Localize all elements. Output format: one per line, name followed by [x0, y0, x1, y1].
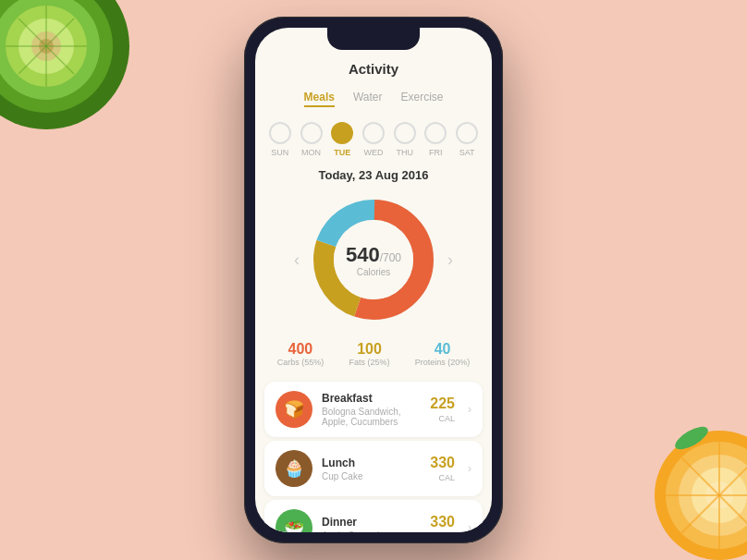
calories-max: 700 [383, 251, 401, 264]
notch [327, 28, 420, 50]
chart-container: ‹ [255, 186, 492, 334]
breakfast-cal-number: 225 [430, 396, 455, 412]
macro-carbs: 400 Carbs (55%) [277, 341, 325, 367]
dinner-desc: Apple Cucumbers [322, 530, 421, 533]
next-button[interactable]: › [438, 250, 462, 270]
dinner-name: Dinner [322, 516, 421, 529]
tab-water[interactable]: Water [353, 89, 383, 107]
donut-center: 540/700 Calories [346, 243, 401, 277]
day-circle-fri [424, 122, 447, 144]
lunch-icon: 🧁 [276, 450, 312, 487]
tabs-container: Meals Water Exercise [255, 81, 492, 115]
day-label-fri: FRI [429, 148, 443, 157]
breakfast-cal-label: CAL [438, 414, 455, 423]
dinner-cal-number: 330 [430, 514, 455, 530]
lunch-info: Lunch Cup Cake [322, 457, 421, 481]
day-fri[interactable]: FRI [424, 122, 447, 157]
dinner-chevron: › [468, 521, 471, 532]
prev-button[interactable]: ‹ [285, 250, 309, 270]
day-sun[interactable]: SUN [269, 122, 291, 157]
calories-display: 540/700 [346, 243, 401, 267]
proteins-label: Proteins (20%) [415, 358, 471, 367]
macro-proteins: 40 Proteins (20%) [415, 341, 471, 367]
fats-value: 100 [349, 341, 389, 358]
calories-label: Calories [346, 267, 401, 277]
day-label-sat: SAT [459, 148, 475, 157]
proteins-value: 40 [415, 341, 471, 358]
day-circle-sun [269, 122, 291, 144]
day-sat[interactable]: SAT [456, 122, 478, 157]
breakfast-name: Breakfast [322, 392, 421, 405]
meal-lunch[interactable]: 🧁 Lunch Cup Cake 330 CAL › [264, 441, 483, 496]
day-thu[interactable]: THU [394, 122, 416, 157]
macros-container: 400 Carbs (55%) 100 Fats (25%) 40 Protei… [255, 334, 492, 378]
day-mon[interactable]: MON [300, 122, 323, 157]
lunch-name: Lunch [322, 457, 421, 469]
phone-frame: Activity Meals Water Exercise SUN MON [244, 17, 503, 543]
tab-meals[interactable]: Meals [304, 89, 335, 107]
lunch-calories: 330 CAL [430, 455, 455, 482]
day-circle-mon [300, 122, 323, 144]
day-circle-sat [456, 122, 478, 144]
tab-exercise[interactable]: Exercise [400, 89, 443, 107]
dinner-calories: 330 CAL [430, 514, 455, 532]
day-circle-wed [362, 122, 385, 144]
screen-content: Activity Meals Water Exercise SUN MON [255, 28, 492, 532]
app-header: Activity [255, 54, 492, 81]
day-label-tue: TUE [334, 148, 350, 157]
dinner-icon: 🥗 [276, 509, 312, 532]
lunch-chevron: › [468, 462, 471, 475]
day-wed[interactable]: WED [362, 122, 385, 157]
meal-dinner[interactable]: 🥗 Dinner Apple Cucumbers 330 CAL › [264, 500, 483, 532]
day-selector: SUN MON TUE WED THU [255, 115, 492, 161]
macro-fats: 100 Fats (25%) [349, 341, 389, 367]
lunch-desc: Cup Cake [322, 471, 421, 481]
breakfast-chevron: › [468, 403, 471, 416]
app-title: Activity [349, 61, 398, 77]
dinner-info: Dinner Apple Cucumbers [322, 516, 421, 533]
calories-current: 540 [346, 243, 380, 266]
day-label-thu: THU [396, 148, 413, 157]
breakfast-desc: Bologna Sandwich, Apple, Cucumbers [322, 407, 421, 427]
orange-decoration [571, 375, 747, 560]
carbs-label: Carbs (55%) [277, 358, 325, 367]
meal-breakfast[interactable]: 🍞 Breakfast Bologna Sandwich, Apple, Cuc… [264, 382, 483, 437]
day-label-mon: MON [301, 148, 321, 157]
day-circle-thu [394, 122, 416, 144]
donut-chart: 540/700 Calories [309, 195, 438, 324]
date-display: Today, 23 Aug 2016 [255, 161, 492, 186]
breakfast-info: Breakfast Bologna Sandwich, Apple, Cucum… [322, 392, 421, 427]
day-label-sun: SUN [271, 148, 288, 157]
day-tue[interactable]: TUE [331, 122, 353, 157]
carbs-value: 400 [277, 341, 325, 358]
breakfast-calories: 225 CAL [430, 396, 455, 423]
fats-label: Fats (25%) [349, 358, 389, 367]
day-label-wed: WED [363, 148, 383, 157]
kiwi-decoration [0, 0, 148, 148]
lunch-cal-label: CAL [438, 473, 455, 482]
phone-screen: Activity Meals Water Exercise SUN MON [255, 28, 492, 532]
breakfast-icon: 🍞 [276, 391, 312, 428]
lunch-cal-number: 330 [430, 455, 455, 471]
day-circle-tue [331, 122, 353, 144]
